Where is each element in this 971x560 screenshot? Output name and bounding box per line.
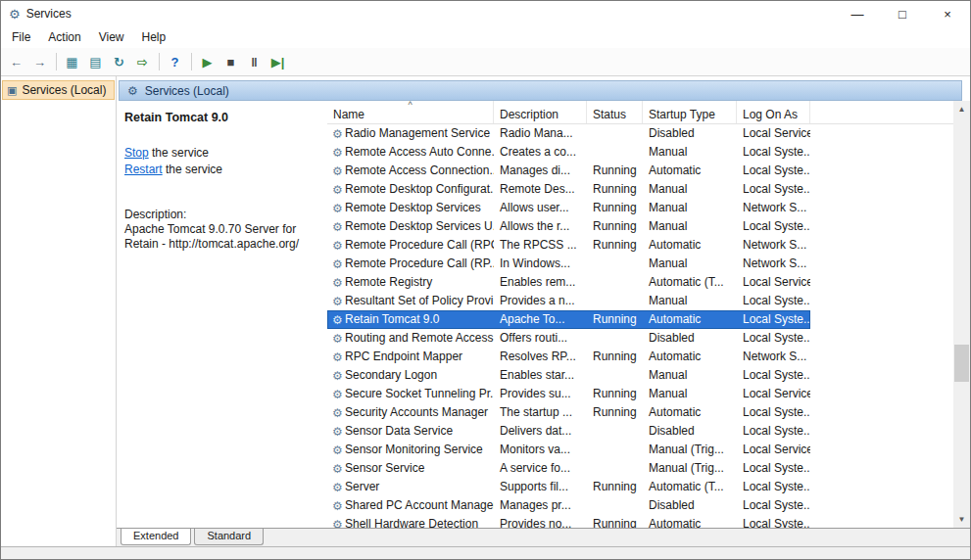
service-log-on-as-cell: Network S... <box>737 348 810 366</box>
service-name: Remote Procedure Call (RPC) <box>345 236 494 255</box>
help-icon[interactable]: ? <box>164 51 186 72</box>
service-startup-type-cell: Automatic <box>643 236 737 255</box>
content-row: Retain Tomcat 9.0 Stop the service Resta… <box>117 101 970 528</box>
service-log-on-as-cell: Network S... <box>737 199 810 217</box>
service-description-cell: In Windows... <box>494 255 587 273</box>
table-row[interactable]: ⚙Remote Access Auto Conne...Creates a co… <box>327 143 810 162</box>
app-body: ▣ Services (Local) ⚙ Services (Local) Re… <box>1 76 970 546</box>
restart-service-icon[interactable]: ▶| <box>267 51 289 72</box>
table-row[interactable]: ⚙Sensor ServiceA service fo...Manual (Tr… <box>327 459 810 478</box>
service-status-cell: Running <box>587 217 643 236</box>
table-row[interactable]: ⚙RPC Endpoint MapperResolves RP...Runnin… <box>327 348 810 366</box>
refresh-icon[interactable]: ↻ <box>108 51 130 72</box>
menu-item-action[interactable]: Action <box>39 28 89 46</box>
service-name-cell: ⚙Security Accounts Manager <box>327 403 494 422</box>
table-row[interactable]: ⚙Resultant Set of Policy Provi...Provide… <box>327 292 810 310</box>
service-name: Sensor Monitoring Service <box>345 441 483 459</box>
export-list-icon[interactable]: ⇨ <box>131 51 154 72</box>
service-log-on-as-cell: Local Syste... <box>737 310 810 329</box>
tab-extended[interactable]: Extended <box>121 529 191 545</box>
service-description-cell: Provides no... <box>494 515 587 528</box>
minimize-button[interactable]: — <box>835 1 880 26</box>
service-name-cell: ⚙Routing and Remote Access <box>327 329 494 348</box>
service-gear-icon: ⚙ <box>330 463 345 475</box>
start-service-icon[interactable]: ▶ <box>196 51 218 72</box>
service-gear-icon: ⚙ <box>330 128 345 140</box>
properties-icon[interactable]: ▤ <box>84 51 107 72</box>
show-console-tree-icon[interactable]: ▦ <box>61 51 83 72</box>
console-tree-panel: ▣ Services (Local) <box>1 76 117 546</box>
table-row[interactable]: ⚙Routing and Remote AccessOffers routi..… <box>327 329 810 348</box>
table-row[interactable]: ⚙Secondary LogonEnables star...ManualLoc… <box>327 366 810 385</box>
service-name-cell: ⚙Retain Tomcat 9.0 <box>327 310 494 329</box>
service-status-cell: Running <box>587 180 643 199</box>
table-row[interactable]: ⚙Remote Desktop ServicesAllows user...Ru… <box>327 199 810 217</box>
table-row[interactable]: ⚙Shared PC Account ManagerManages pr...D… <box>327 496 810 515</box>
menu-item-file[interactable]: File <box>3 28 39 46</box>
toolbar: ←→▦▤↻⇨?▶■‖▶| <box>1 48 970 76</box>
scroll-down-icon[interactable]: ▼ <box>953 511 970 528</box>
service-log-on-as-cell: Local Service <box>737 124 810 143</box>
vertical-scrollbar[interactable]: ▲ ▼ <box>953 101 970 528</box>
close-button[interactable]: × <box>925 1 970 26</box>
column-header-startup-type[interactable]: Startup Type <box>643 101 737 123</box>
service-name-cell: ⚙Secondary Logon <box>327 366 494 385</box>
stop-service-icon[interactable]: ■ <box>219 51 242 72</box>
table-row[interactable]: ⚙Security Accounts ManagerThe startup ..… <box>327 403 810 422</box>
table-row[interactable]: ⚙Retain Tomcat 9.0Apache To...RunningAut… <box>327 310 810 329</box>
tree-item-services-local[interactable]: ▣ Services (Local) <box>2 80 115 100</box>
table-row[interactable]: ⚙Remote Access Connection...Manages di..… <box>327 162 810 180</box>
stop-service-suffix: the service <box>149 146 209 160</box>
table-row[interactable]: ⚙ServerSupports fil...RunningAutomatic (… <box>327 478 810 496</box>
column-header-log-on-as[interactable]: Log On As <box>737 101 810 123</box>
service-startup-type-cell: Manual <box>643 292 737 310</box>
service-name: Shared PC Account Manager <box>345 496 494 515</box>
column-header-description[interactable]: Description <box>494 101 587 123</box>
service-description-cell: Radio Mana... <box>494 124 587 143</box>
menu-item-view[interactable]: View <box>90 28 133 46</box>
forward-icon[interactable]: → <box>28 51 51 72</box>
service-status-cell: Running <box>587 199 643 217</box>
service-log-on-as-cell: Local Syste... <box>737 478 810 496</box>
back-icon[interactable]: ← <box>5 51 27 72</box>
service-status-cell: Running <box>587 403 643 422</box>
maximize-button[interactable]: □ <box>880 1 925 26</box>
service-name: Routing and Remote Access <box>345 329 493 348</box>
service-gear-icon: ⚙ <box>330 221 345 233</box>
service-name: Retain Tomcat 9.0 <box>345 310 440 329</box>
table-row[interactable]: ⚙Remote Procedure Call (RP...In Windows.… <box>327 255 810 273</box>
description-text: Apache Tomcat 9.0.70 Server for Retain -… <box>124 222 311 252</box>
service-gear-icon: ⚙ <box>330 277 345 289</box>
service-status-cell <box>587 143 643 162</box>
service-name-cell: ⚙Sensor Monitoring Service <box>327 441 494 459</box>
table-row[interactable]: ⚙Sensor Data ServiceDelivers dat...Disab… <box>327 422 810 441</box>
table-row[interactable]: ⚙Remote Desktop Services U...Allows the … <box>327 217 810 236</box>
bottom-strip <box>1 546 970 559</box>
table-row[interactable]: ⚙Shell Hardware DetectionProvides no...R… <box>327 515 810 528</box>
table-row[interactable]: ⚙Remote Procedure Call (RPC)The RPCSS ..… <box>327 236 810 255</box>
service-status-cell: Running <box>587 310 643 329</box>
service-description-block: Description: Apache Tomcat 9.0.70 Server… <box>124 208 311 252</box>
column-header-status[interactable]: Status <box>587 101 643 123</box>
restart-service-line: Restart the service <box>124 162 316 178</box>
table-row[interactable]: ⚙Radio Management ServiceRadio Mana...Di… <box>327 124 810 143</box>
service-startup-type-cell: Automatic (T... <box>643 478 737 496</box>
service-startup-type-cell: Disabled <box>643 496 737 515</box>
menu-item-help[interactable]: Help <box>133 28 175 46</box>
table-row[interactable]: ⚙Remote Desktop Configurat...Remote Des.… <box>327 180 810 199</box>
restart-service-link[interactable]: Restart <box>124 163 163 176</box>
pause-service-icon[interactable]: ‖ <box>243 51 266 72</box>
stop-service-link[interactable]: Stop <box>124 146 149 160</box>
scrollbar-thumb[interactable] <box>954 345 969 382</box>
tab-standard[interactable]: Standard <box>194 529 264 545</box>
column-header-label: Name <box>333 108 364 121</box>
service-startup-type-cell: Manual (Trig... <box>643 459 737 478</box>
scroll-up-icon[interactable]: ▲ <box>953 101 970 117</box>
service-name-cell: ⚙Shell Hardware Detection <box>327 515 494 528</box>
table-row[interactable]: ⚙Secure Socket Tunneling Pr...Provides s… <box>327 385 810 403</box>
column-header-name[interactable]: Name^ <box>327 101 494 123</box>
table-row[interactable]: ⚙Remote RegistryEnables rem...Automatic … <box>327 273 810 292</box>
table-row[interactable]: ⚙Sensor Monitoring ServiceMonitors va...… <box>327 441 810 459</box>
service-status-cell <box>587 255 643 273</box>
service-log-on-as-cell: Local Service <box>737 273 810 292</box>
